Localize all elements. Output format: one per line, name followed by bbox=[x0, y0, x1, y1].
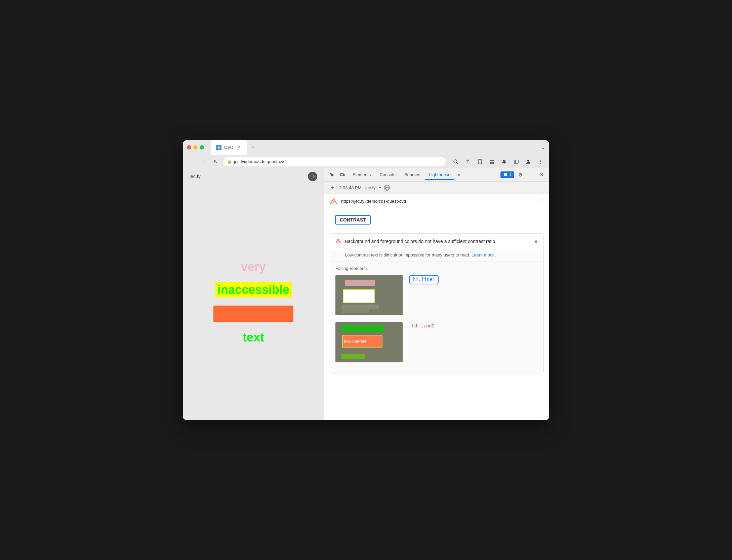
audit-url-text: https://jec.fyi/demo/cds-quest-cvd bbox=[341, 199, 535, 204]
contrast-badge-container: CONTRAST bbox=[324, 209, 549, 231]
devtools-content: ! https://jec.fyi/demo/cds-quest-cvd ⋮ C… bbox=[324, 194, 549, 420]
responsive-icon[interactable] bbox=[338, 170, 347, 179]
webpage-content: very inaccessible low-contrast text bbox=[183, 185, 324, 420]
failing-element-selector-1: h1.line1 bbox=[409, 275, 439, 284]
webpage-panel: jec.fyi ☽ very inaccessible low-contrast… bbox=[183, 168, 324, 420]
failing-elements-section: Failing Elements bbox=[330, 262, 543, 373]
audit-warning-icon bbox=[335, 238, 341, 245]
failing-thumbnail-2: low-contrast bbox=[335, 322, 403, 362]
address-icons: ⋮ bbox=[451, 157, 545, 166]
lock-icon: 🔒 bbox=[227, 159, 232, 164]
webpage-header: jec.fyi ☽ bbox=[183, 168, 324, 185]
tab-title: CVD bbox=[224, 145, 233, 150]
svg-rect-11 bbox=[343, 174, 344, 175]
sidebar-icon[interactable] bbox=[512, 157, 521, 166]
cursor-icon[interactable] bbox=[327, 170, 336, 179]
browser-window: CVD ✕ + ⌄ ← → ↻ 🔒 jec.fyi/demo/cds-quest… bbox=[183, 140, 549, 420]
tab-console[interactable]: Console bbox=[375, 170, 400, 180]
url-text: jec.fyi/demo/cds-quest-cvd bbox=[234, 159, 286, 164]
devtools-toolbar: Elements Console Sources Lighthouse » 4 … bbox=[324, 168, 549, 182]
failing-label-1[interactable]: h1.line1 bbox=[409, 275, 439, 284]
audit-url-bar: ! https://jec.fyi/demo/cds-quest-cvd ⋮ bbox=[324, 194, 549, 209]
devtools-tabs: Elements Console Sources Lighthouse » bbox=[349, 170, 499, 180]
more-tabs-button[interactable]: » bbox=[455, 171, 463, 179]
window-controls-right: ⌄ bbox=[541, 144, 545, 151]
back-button[interactable]: ← bbox=[187, 157, 196, 166]
profile-icon[interactable] bbox=[524, 157, 533, 166]
settings-icon[interactable]: ⚙ bbox=[516, 170, 525, 179]
stop-icon[interactable] bbox=[384, 185, 390, 191]
report-dropdown[interactable]: ▾ bbox=[379, 186, 381, 190]
failing-item-2: low-contrast h1.line2 bbox=[335, 322, 538, 362]
svg-rect-5 bbox=[490, 162, 492, 164]
minimize-button[interactable] bbox=[193, 145, 198, 150]
tab-elements[interactable]: Elements bbox=[349, 170, 375, 180]
svg-rect-7 bbox=[514, 160, 518, 163]
failing-label-2[interactable]: h1.line2 bbox=[409, 322, 437, 330]
audit-header[interactable]: Background and foreground colors do not … bbox=[330, 234, 543, 250]
menu-button[interactable]: ⋮ bbox=[536, 157, 545, 166]
svg-point-9 bbox=[527, 160, 529, 162]
tab-area: CVD ✕ + bbox=[211, 140, 538, 155]
chat-badge[interactable]: 4 bbox=[500, 171, 514, 178]
learn-more-link[interactable]: Learn more bbox=[472, 252, 494, 257]
audit-card: Background and foreground colors do not … bbox=[330, 233, 544, 373]
chat-count: 4 bbox=[509, 172, 512, 177]
audit-title: Background and foreground colors do not … bbox=[345, 238, 530, 245]
devtools-menu-icon[interactable]: ⋮ bbox=[526, 170, 536, 179]
maximize-button[interactable] bbox=[200, 145, 204, 150]
active-tab[interactable]: CVD ✕ bbox=[211, 140, 247, 155]
svg-rect-6 bbox=[492, 162, 494, 164]
extensions-icon[interactable] bbox=[487, 157, 497, 166]
search-icon[interactable] bbox=[451, 157, 460, 166]
new-report-button[interactable]: + bbox=[328, 184, 336, 192]
audit-menu-button[interactable]: ⋮ bbox=[538, 198, 544, 204]
new-tab-button[interactable]: + bbox=[248, 143, 257, 152]
failing-element-selector-2: h1.line2 bbox=[409, 322, 437, 330]
tab-close-button[interactable]: ✕ bbox=[236, 145, 241, 150]
warning-icon: ! bbox=[330, 197, 338, 205]
failing-item-1: h1.line1 bbox=[335, 275, 538, 315]
reload-button[interactable]: ↻ bbox=[211, 157, 220, 166]
main-content: jec.fyi ☽ very inaccessible low-contrast… bbox=[183, 168, 549, 420]
svg-text:!: ! bbox=[333, 200, 334, 204]
site-label: jec.fyi bbox=[190, 174, 202, 179]
tab-favicon bbox=[216, 145, 221, 150]
devtools-close-button[interactable]: ✕ bbox=[537, 170, 546, 179]
bell-icon[interactable] bbox=[499, 157, 509, 166]
svg-rect-4 bbox=[492, 160, 494, 161]
audit-collapse-button[interactable]: ∧ bbox=[534, 238, 538, 245]
failing-thumbnail-1 bbox=[335, 275, 403, 315]
forward-button[interactable]: → bbox=[199, 157, 208, 166]
close-button[interactable] bbox=[187, 145, 191, 150]
audit-description: Low-contrast text is difficult or imposs… bbox=[330, 250, 543, 262]
tab-lighthouse[interactable]: Lighthouse bbox=[425, 170, 455, 180]
tab-sources[interactable]: Sources bbox=[400, 170, 424, 180]
chevron-down-icon[interactable]: ⌄ bbox=[541, 144, 545, 151]
demo-text-text: text bbox=[243, 330, 264, 345]
devtools-right-controls: 4 ⚙ ⋮ ✕ bbox=[500, 170, 546, 179]
failing-elements-title: Failing Elements bbox=[335, 266, 538, 271]
svg-rect-10 bbox=[340, 173, 343, 176]
devtools-secondary-bar: + 2:03:48 PM - jec.fyi ▾ bbox=[324, 182, 549, 194]
traffic-lights bbox=[187, 145, 204, 150]
report-label: 2:03:48 PM - jec.fyi bbox=[339, 185, 376, 190]
svg-line-2 bbox=[457, 163, 458, 164]
contrast-badge[interactable]: CONTRAST bbox=[335, 215, 371, 225]
share-icon[interactable] bbox=[463, 157, 473, 166]
devtools-panel: Elements Console Sources Lighthouse » 4 … bbox=[324, 168, 549, 420]
demo-text-very: very bbox=[241, 260, 266, 274]
svg-point-16 bbox=[338, 242, 338, 243]
bookmark-icon[interactable] bbox=[475, 157, 485, 166]
demo-text-inaccessible: inaccessible bbox=[215, 282, 292, 297]
svg-rect-3 bbox=[490, 160, 492, 161]
address-bar: ← → ↻ 🔒 jec.fyi/demo/cds-quest-cvd bbox=[183, 155, 549, 168]
dark-mode-icon[interactable]: ☽ bbox=[308, 172, 317, 181]
title-bar: CVD ✕ + ⌄ bbox=[183, 140, 549, 155]
address-input[interactable]: 🔒 jec.fyi/demo/cds-quest-cvd bbox=[223, 157, 446, 166]
demo-text-low-contrast: low-contrast bbox=[213, 306, 293, 322]
